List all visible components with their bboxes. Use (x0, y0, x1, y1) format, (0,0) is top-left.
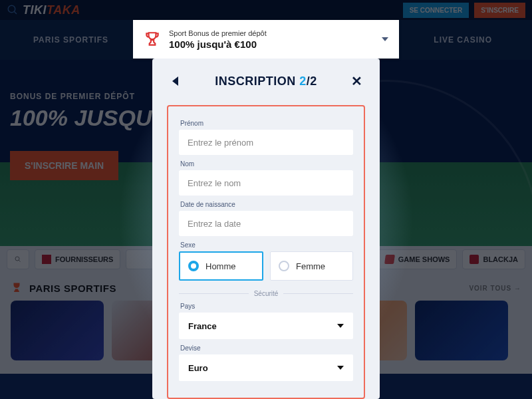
firstname-input[interactable] (179, 130, 353, 155)
radio-homme[interactable]: Homme (179, 251, 263, 281)
bonus-banner[interactable]: Sport Bonus de premier dépôt 100% jusqu'… (133, 20, 399, 59)
registration-modal: INSCRIPTION 2/2 ✕ Prénom Nom Date de nai… (152, 59, 380, 399)
radio-dot-icon (279, 261, 289, 271)
country-select[interactable]: France (179, 313, 353, 339)
section-divider-securite: Sécurité (179, 290, 353, 297)
caret-down-icon (337, 324, 344, 328)
label-pays: Pays (180, 303, 353, 310)
currency-select[interactable]: Euro (179, 354, 353, 381)
back-arrow-icon[interactable] (172, 76, 178, 86)
label-dob: Date de naissance (180, 201, 353, 208)
gender-radio-group: Homme Femme (179, 251, 353, 281)
label-sexe: Sexe (180, 241, 353, 249)
select-value: Euro (188, 363, 208, 373)
radio-femme[interactable]: Femme (270, 251, 353, 281)
radio-label: Femme (296, 261, 325, 271)
label-nom: Nom (180, 160, 353, 168)
dob-input[interactable] (179, 211, 353, 236)
bonus-line2: 100% jusqu'à €100 (169, 39, 267, 50)
modal-header: INSCRIPTION 2/2 ✕ (152, 59, 380, 104)
chevron-down-icon[interactable] (382, 37, 388, 41)
radio-label: Homme (205, 261, 236, 271)
trophy-icon (144, 31, 161, 48)
lastname-input[interactable] (179, 170, 353, 196)
form-container: Prénom Nom Date de naissance Sexe Homme … (167, 105, 365, 399)
modal-title: INSCRIPTION 2/2 (215, 74, 317, 88)
close-icon[interactable]: ✕ (351, 73, 362, 89)
bonus-line1: Sport Bonus de premier dépôt (169, 29, 267, 37)
label-devise: Devise (180, 344, 353, 352)
select-value: France (188, 321, 217, 331)
label-prenom: Prénom (180, 120, 353, 127)
radio-dot-icon (188, 261, 199, 271)
caret-down-icon (337, 366, 344, 370)
